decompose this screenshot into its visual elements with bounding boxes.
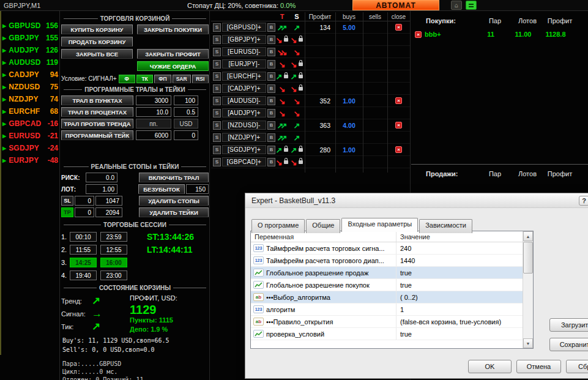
scroll-down-icon[interactable]: ▼ bbox=[523, 338, 533, 348]
sell-basket-button[interactable]: ПРОДАТЬ КОРЗИНУ bbox=[61, 37, 133, 47]
pair-button[interactable]: [EURJPY]- bbox=[222, 59, 266, 69]
scrollbar[interactable]: ▲ ▼ bbox=[523, 231, 533, 348]
sell-pair-button[interactable]: S bbox=[213, 121, 221, 130]
session-end-input[interactable]: 16:00 bbox=[100, 258, 127, 267]
close-all-button[interactable]: ЗАКРЫТЬ ВСЕ bbox=[61, 49, 133, 59]
enable-trail-button[interactable]: ВКЛЮЧИТЬ ТРАЛ bbox=[139, 173, 209, 182]
buy-pair-button[interactable]: В bbox=[267, 158, 275, 166]
sell-pair-button[interactable]: S bbox=[213, 84, 221, 93]
param-value[interactable]: 1 bbox=[396, 306, 523, 313]
trail-value-2[interactable]: 0.5 bbox=[174, 107, 198, 117]
session-end-input[interactable]: 12:55 bbox=[100, 245, 127, 255]
close-pair-button[interactable]: × bbox=[395, 122, 402, 129]
param-row[interactable]: проверка_условийtrue bbox=[251, 328, 523, 340]
buy-pair-button[interactable]: В bbox=[267, 84, 275, 93]
trail-value-1[interactable]: 3000 bbox=[136, 95, 171, 105]
reset-button[interactable]: Сброс bbox=[566, 360, 588, 373]
condition-button-тк[interactable]: ТК bbox=[136, 75, 153, 83]
trail-button[interactable]: ПРОГРАММНЫЙ ТЕЙК bbox=[61, 130, 133, 140]
session-end-input[interactable]: 23:00 bbox=[100, 270, 127, 280]
delete-stops-button[interactable]: УДАЛИТЬ СТОПЫ bbox=[139, 196, 209, 206]
buy-pair-button[interactable]: В bbox=[267, 48, 275, 56]
session-start-input[interactable]: 11:55 bbox=[70, 245, 97, 255]
condition-button-sar[interactable]: SAR bbox=[173, 75, 191, 83]
scroll-up-icon[interactable]: ▲ bbox=[523, 231, 533, 241]
load-button[interactable]: Загрузить bbox=[549, 318, 588, 332]
lot-input[interactable]: 1.00 bbox=[86, 184, 117, 194]
sell-pair-button[interactable]: S bbox=[213, 23, 221, 32]
condition-button-ф[interactable]: Ф bbox=[119, 75, 135, 83]
session-end-input[interactable]: 23:59 bbox=[100, 232, 127, 242]
buy-basket-button[interactable]: КУПИТЬ КОРЗИНУ bbox=[61, 24, 133, 34]
param-row[interactable]: ab•••Правило_открытия(false-вся корзина,… bbox=[251, 316, 523, 328]
param-value[interactable]: 1440 bbox=[396, 257, 523, 264]
trail-value-1[interactable]: пп. bbox=[136, 119, 171, 129]
sidebar-pair-item[interactable]: ▶GBPJPY155 bbox=[2, 32, 59, 44]
param-value[interactable]: true bbox=[396, 281, 523, 289]
dialog-tab[interactable]: О программе bbox=[251, 219, 305, 233]
buy-pair-button[interactable]: В bbox=[267, 35, 275, 44]
sidebar-pair-item[interactable]: ▶EURUSD-21 bbox=[2, 130, 59, 142]
sell-pair-button[interactable]: S bbox=[213, 146, 221, 154]
sell-pair-button[interactable]: S bbox=[213, 60, 221, 69]
trail-button[interactable]: ТРАЛ В ПРОЦЕНТАХ bbox=[61, 107, 133, 117]
breakeven-input[interactable]: 150 bbox=[186, 184, 209, 194]
sl-input[interactable]: 0 bbox=[75, 196, 94, 206]
param-row[interactable]: 123Таймфрейм расчета торговых сигна...24… bbox=[251, 242, 523, 255]
pair-button[interactable]: [AUDUSD]- bbox=[222, 96, 266, 105]
delete-takes-button[interactable]: УДАЛИТЬ ТЕЙКИ bbox=[139, 207, 209, 217]
pair-button[interactable]: [AUDJPY]+ bbox=[222, 108, 266, 117]
dialog-tab[interactable]: Входные параметры bbox=[341, 218, 418, 232]
buy-pair-button[interactable]: В bbox=[267, 23, 275, 32]
sell-pair-button[interactable]: S bbox=[213, 109, 221, 117]
session-start-input[interactable]: 19:40 bbox=[70, 270, 97, 280]
pair-button[interactable]: [GBPUSD]+ bbox=[222, 23, 266, 32]
session-start-input[interactable]: 14:25 bbox=[70, 258, 97, 267]
buy-pair-button[interactable]: В bbox=[267, 72, 275, 81]
breakeven-button[interactable]: БЕЗУБЫТОК bbox=[138, 184, 185, 194]
param-value[interactable]: 240 bbox=[396, 245, 523, 252]
close-pair-button[interactable]: × bbox=[395, 97, 402, 104]
trail-button[interactable]: ТРАЛ В ПУНКТАХ bbox=[61, 95, 133, 105]
sidebar-pair-item[interactable]: ▶EURCHF68 bbox=[2, 105, 59, 117]
param-row[interactable]: 123Таймфрейм расчета торгового диап...14… bbox=[251, 255, 523, 267]
session-start-input[interactable]: 00:10 bbox=[70, 232, 97, 242]
sell-pair-button[interactable]: S bbox=[213, 97, 221, 105]
ok-button[interactable]: OK bbox=[468, 360, 512, 373]
trail-value-1[interactable]: 6000 bbox=[136, 130, 171, 140]
buy-pair-button[interactable]: В bbox=[267, 146, 275, 154]
trail-value-2[interactable]: USD bbox=[174, 119, 198, 129]
close-buys-button[interactable]: ЗАКРЫТЬ ПОКУПКИ bbox=[137, 24, 209, 34]
trail-value-2[interactable]: 100 bbox=[174, 95, 198, 105]
trail-button[interactable]: ТРАЛ ПРОТИВ ТРЕНДА bbox=[61, 119, 133, 129]
pair-button[interactable]: [CADJPY]+ bbox=[222, 84, 266, 93]
param-value[interactable]: true bbox=[396, 330, 523, 338]
sell-pair-button[interactable]: S bbox=[213, 133, 221, 142]
close-basket-button[interactable]: × bbox=[415, 31, 422, 38]
automat-button[interactable]: АВТОМАТ bbox=[352, 0, 439, 10]
buy-pair-button[interactable]: В bbox=[267, 133, 275, 142]
sell-pair-button[interactable]: S bbox=[213, 35, 221, 44]
sidebar-pair-item[interactable]: ▶NZDUSD75 bbox=[2, 81, 59, 93]
sidebar-pair-item[interactable]: ▶GBPUSD156 bbox=[2, 20, 59, 32]
buy-pair-button[interactable]: В bbox=[267, 60, 275, 69]
save-button[interactable]: Сохранить bbox=[549, 338, 588, 351]
trail-value-2[interactable]: 0 bbox=[174, 130, 198, 140]
pair-button[interactable]: [EURCHF]+ bbox=[222, 72, 266, 81]
dialog-tab[interactable]: Зависимости bbox=[419, 219, 472, 233]
buy-pair-button[interactable]: В bbox=[267, 121, 275, 130]
pair-button[interactable]: [GBPJPY]+ bbox=[222, 35, 266, 44]
close-pair-button[interactable]: × bbox=[395, 24, 402, 31]
sidebar-pair-item[interactable]: ▶NZDJPY74 bbox=[2, 93, 59, 105]
param-row[interactable]: ab•••Выбор_алгоритма( 0..2) bbox=[251, 291, 523, 304]
param-row[interactable]: 123алгоритм1 bbox=[251, 304, 523, 316]
pair-button[interactable]: [SGDJPY]+ bbox=[222, 145, 266, 154]
sell-pair-button[interactable]: S bbox=[213, 72, 221, 81]
close-profit-button[interactable]: ЗАКРЫТЬ ПРОФИТ bbox=[137, 49, 209, 59]
sidebar-pair-item[interactable]: ▶AUDUSD119 bbox=[2, 56, 59, 69]
param-value[interactable]: (false-вся корзина, true-условия) bbox=[396, 318, 523, 326]
trail-value-1[interactable]: 10.0 bbox=[136, 107, 171, 117]
buy-pair-button[interactable]: В bbox=[267, 109, 275, 117]
sidebar-pair-item[interactable]: ▶CADJPY94 bbox=[2, 69, 59, 81]
pair-button[interactable]: [NZDUSD]- bbox=[222, 121, 266, 130]
